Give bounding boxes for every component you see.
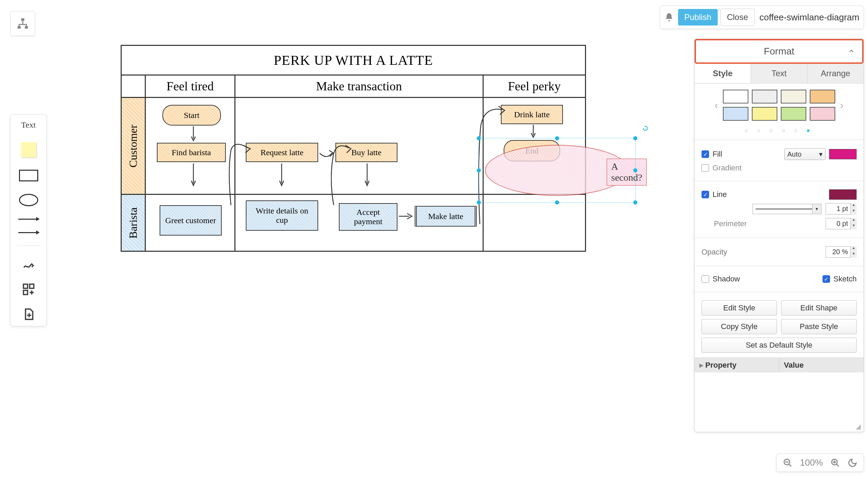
chevron-up-icon: ⌃ bbox=[847, 48, 855, 59]
tool-open-arrow[interactable] bbox=[18, 232, 39, 233]
format-panel: Format ⌃ Style Text Arrange ‹ › ○ ○ ○ ○ … bbox=[694, 39, 864, 432]
line-width-stepper[interactable]: ▲▼ bbox=[850, 203, 857, 215]
format-panel-header[interactable]: Format ⌃ bbox=[695, 39, 864, 64]
left-toolbar: Text bbox=[10, 114, 47, 326]
close-button[interactable]: Close bbox=[720, 9, 755, 26]
gradient-checkbox[interactable] bbox=[702, 164, 709, 172]
node-make-latte[interactable]: Make latte bbox=[415, 206, 477, 227]
edge-greet-to-request[interactable] bbox=[228, 136, 255, 216]
property-table-header: ▸Property Value bbox=[695, 358, 864, 372]
opacity-stepper[interactable]: ▲▼ bbox=[850, 246, 857, 258]
swatch-2[interactable] bbox=[752, 90, 777, 103]
paste-style-button[interactable]: Paste Style bbox=[781, 319, 857, 334]
swatch-grid bbox=[723, 90, 835, 121]
tab-style[interactable]: Style bbox=[695, 64, 751, 83]
resize-handle-nw[interactable] bbox=[477, 136, 481, 140]
phase-feel-perky[interactable]: Feel perky bbox=[484, 76, 585, 97]
resize-handle-sw[interactable] bbox=[477, 200, 481, 205]
edit-shape-button[interactable]: Edit Shape bbox=[781, 300, 857, 316]
tab-text[interactable]: Text bbox=[751, 64, 808, 83]
swatch-page-dots[interactable]: ○ ○ ○ ○ ○ ● bbox=[695, 127, 864, 140]
format-tabs: Style Text Arrange bbox=[695, 64, 864, 83]
resize-grip-icon[interactable]: ◢ bbox=[695, 421, 864, 432]
zoom-out-icon[interactable] bbox=[783, 458, 793, 468]
new-page-icon[interactable] bbox=[22, 308, 35, 320]
opacity-label: Opacity bbox=[702, 248, 727, 257]
edge-write-to-buy[interactable] bbox=[331, 136, 355, 216]
diagram-canvas[interactable]: PERK UP WITH A LATTE Feel tired Make tra… bbox=[121, 45, 586, 259]
hierarchy-icon bbox=[17, 17, 29, 30]
resize-handle-ne[interactable] bbox=[633, 136, 637, 140]
resize-handle-w[interactable] bbox=[477, 168, 481, 172]
svg-rect-4 bbox=[30, 284, 34, 288]
line-style-select[interactable]: ▼ bbox=[753, 204, 821, 214]
node-drink-latte[interactable]: Drink latte bbox=[501, 105, 563, 124]
swatch-8[interactable] bbox=[810, 107, 835, 121]
shadow-checkbox[interactable] bbox=[702, 275, 709, 283]
tool-text[interactable]: Text bbox=[21, 120, 36, 130]
swatch-prev[interactable]: ‹ bbox=[713, 99, 719, 111]
resize-handle-e[interactable] bbox=[633, 168, 637, 172]
node-find-barista[interactable]: Find barista bbox=[157, 143, 226, 162]
svg-rect-1 bbox=[18, 26, 21, 29]
resize-handle-s[interactable] bbox=[555, 200, 559, 205]
edit-style-button[interactable]: Edit Style bbox=[702, 300, 777, 316]
tool-ellipse[interactable] bbox=[19, 194, 38, 206]
zoom-in-icon[interactable] bbox=[830, 458, 840, 468]
perimeter-stepper[interactable]: ▲▼ bbox=[850, 218, 857, 229]
swatch-6[interactable] bbox=[752, 107, 777, 121]
toolbar-divider bbox=[17, 246, 41, 246]
top-bar: Publish Close coffee-swimlane-diagram bbox=[660, 6, 864, 29]
triangle-right-icon[interactable]: ▸ bbox=[699, 361, 703, 369]
svg-rect-5 bbox=[23, 290, 28, 295]
sketch-label: Sketch bbox=[834, 275, 857, 283]
svg-rect-2 bbox=[25, 26, 28, 29]
resize-handle-n[interactable] bbox=[555, 136, 559, 140]
fill-color-box[interactable] bbox=[829, 149, 857, 159]
svg-rect-0 bbox=[21, 18, 24, 21]
line-checkbox[interactable] bbox=[702, 191, 709, 198]
node-greet-customer[interactable]: Greet customer bbox=[160, 205, 222, 236]
lane-label-customer[interactable]: Customer bbox=[122, 97, 146, 194]
publish-button[interactable]: Publish bbox=[678, 9, 718, 26]
property-table-body[interactable] bbox=[695, 372, 864, 421]
swatch-5[interactable] bbox=[723, 107, 748, 121]
node-request-latte[interactable]: Request latte bbox=[246, 143, 318, 162]
phase-feel-tired[interactable]: Feel tired bbox=[146, 76, 235, 97]
shapes-panel-icon[interactable] bbox=[22, 283, 35, 296]
copy-style-button[interactable]: Copy Style bbox=[702, 319, 777, 334]
tool-line-arrow[interactable] bbox=[18, 219, 39, 220]
swatch-3[interactable] bbox=[781, 90, 806, 103]
dark-mode-icon[interactable] bbox=[848, 458, 857, 468]
tool-sticky-note[interactable] bbox=[21, 142, 36, 157]
zoom-bar: 100% bbox=[776, 454, 864, 472]
filename-label[interactable]: coffee-swimlane-diagram bbox=[757, 12, 859, 23]
bell-icon[interactable] bbox=[664, 12, 674, 22]
swatch-7[interactable] bbox=[781, 107, 806, 121]
fill-label: Fill bbox=[713, 150, 722, 159]
swatch-next[interactable]: › bbox=[839, 99, 845, 111]
shadow-label: Shadow bbox=[713, 275, 740, 283]
freehand-icon[interactable] bbox=[22, 258, 35, 271]
fill-mode-select[interactable]: Auto▾ bbox=[784, 148, 826, 160]
resize-handle-se[interactable] bbox=[633, 200, 637, 205]
swatch-1[interactable] bbox=[723, 90, 748, 103]
phase-make-transaction[interactable]: Make transaction bbox=[235, 76, 484, 97]
line-color-box[interactable] bbox=[829, 189, 857, 200]
set-default-style-button[interactable]: Set as Default Style bbox=[702, 338, 857, 353]
tool-rectangle[interactable] bbox=[19, 170, 38, 181]
node-write-details[interactable]: Write details on cup bbox=[246, 200, 318, 231]
swatch-4[interactable] bbox=[810, 90, 835, 103]
zoom-level[interactable]: 100% bbox=[800, 457, 823, 468]
node-start[interactable]: Start bbox=[162, 105, 221, 126]
tab-arrange[interactable]: Arrange bbox=[807, 64, 864, 83]
line-label: Line bbox=[713, 190, 727, 199]
fill-checkbox[interactable] bbox=[702, 150, 709, 158]
lane-label-barista[interactable]: Barista bbox=[122, 194, 146, 251]
perimeter-label: Perimeter bbox=[702, 219, 747, 228]
app-logo-button[interactable] bbox=[10, 11, 35, 36]
sketch-checkbox[interactable] bbox=[822, 275, 830, 283]
rotate-handle[interactable] bbox=[642, 125, 648, 131]
pool-title[interactable]: PERK UP WITH A LATTE bbox=[122, 46, 585, 76]
gradient-label: Gradient bbox=[713, 163, 741, 172]
